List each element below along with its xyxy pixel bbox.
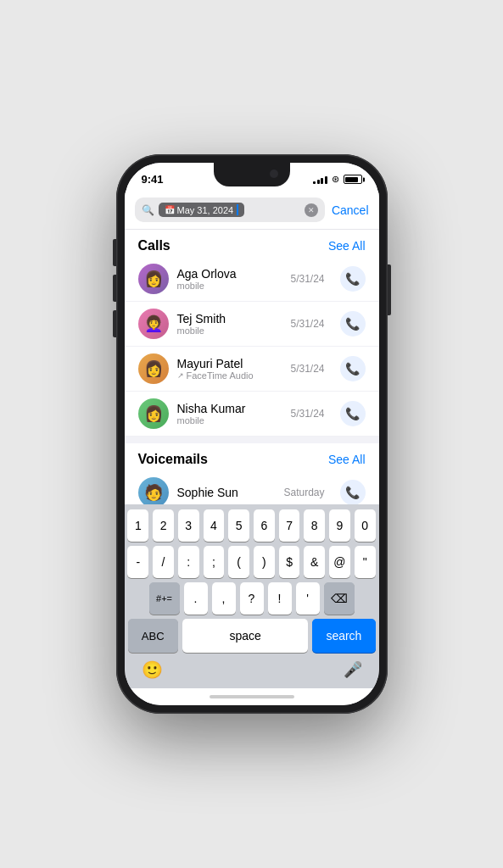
contact-sub: ↗ FaceTime Audio — [177, 370, 282, 381]
cancel-button[interactable]: Cancel — [332, 203, 369, 217]
key-8[interactable]: 8 — [304, 509, 325, 542]
battery-fill — [345, 177, 358, 182]
contact-name: Nisha Kumar — [177, 402, 282, 415]
key-apostrophe[interactable]: ' — [296, 582, 320, 615]
key-period[interactable]: . — [184, 582, 208, 615]
battery-icon — [344, 175, 362, 184]
key-2[interactable]: 2 — [153, 509, 174, 542]
key-slash[interactable]: / — [153, 546, 174, 578]
key-dash[interactable]: - — [127, 546, 148, 578]
voicemails-see-all[interactable]: See All — [328, 453, 366, 466]
contact-info: Aga Orlova mobile — [177, 267, 282, 291]
notch-camera — [270, 170, 278, 178]
calls-see-all[interactable]: See All — [328, 239, 366, 253]
voicemails-section: Voicemails See All 🧑 Sophie Sun Saturday… — [125, 437, 379, 504]
home-bar — [210, 695, 294, 698]
avatar: 👩 — [138, 398, 169, 429]
wifi-icon: ⊛ — [332, 174, 339, 185]
call-button[interactable]: 📞 — [340, 266, 366, 292]
contact-date: 5/31/24 — [290, 408, 324, 420]
keyboard-row-symbols: - / : ; ( ) $ & @ " — [128, 546, 376, 578]
key-at[interactable]: @ — [329, 546, 350, 578]
search-bar: 🔍 📅 May 31, 2024 ✕ Cancel — [125, 191, 379, 230]
key-7[interactable]: 7 — [279, 509, 300, 542]
clear-button[interactable]: ✕ — [305, 203, 318, 217]
main-content: 🔍 📅 May 31, 2024 ✕ Cancel Calls See All — [125, 191, 379, 504]
key-comma[interactable]: , — [212, 582, 236, 615]
keyboard-row-special: #+= . , ? ! ' ⌫ — [128, 582, 376, 615]
table-row: 👩‍🦱 Tej Smith mobile 5/31/24 📞 — [125, 302, 379, 347]
phone-screen: 9:41 ⊛ 🔍 📅 — [125, 163, 379, 705]
calls-title: Calls — [138, 238, 170, 253]
contact-info: Mayuri Patel ↗ FaceTime Audio — [177, 357, 282, 381]
emoji-key[interactable]: 🙂 — [142, 659, 163, 680]
key-close-paren[interactable]: ) — [254, 546, 275, 578]
outgoing-call-icon: ↗ — [177, 371, 184, 380]
keyboard-row-numbers: 1 2 3 4 5 6 7 8 9 0 — [128, 509, 376, 542]
keyboard-emoji-row: 🙂 🎤 — [128, 656, 376, 685]
key-5[interactable]: 5 — [228, 509, 249, 542]
calls-section-header: Calls See All — [125, 230, 379, 257]
signal-icon — [313, 175, 327, 184]
status-icons: ⊛ — [313, 174, 362, 185]
phone-icon: 📞 — [345, 486, 360, 499]
key-question[interactable]: ? — [240, 582, 264, 615]
contact-sub: mobile — [177, 326, 282, 336]
phone-icon: 📞 — [345, 362, 360, 376]
date-pill: 📅 May 31, 2024 — [159, 203, 244, 217]
calls-list: 👩 Aga Orlova mobile 5/31/24 📞 👩‍🦱 Tej Sm… — [125, 257, 379, 437]
key-1[interactable]: 1 — [127, 509, 148, 542]
date-value: May 31, 2024 — [177, 205, 234, 215]
key-semicolon[interactable]: ; — [204, 546, 225, 578]
key-ampersand[interactable]: & — [304, 546, 325, 578]
table-row: 👩 Nisha Kumar mobile 5/31/24 📞 — [125, 392, 379, 437]
key-dollar[interactable]: $ — [279, 546, 300, 578]
phone-icon: 📞 — [345, 407, 360, 420]
contact-info: Nisha Kumar mobile — [177, 402, 282, 426]
phone-icon: 📞 — [345, 317, 360, 331]
key-quote[interactable]: " — [355, 546, 376, 578]
call-button[interactable]: 📞 — [340, 356, 366, 381]
avatar: 👩 — [138, 264, 169, 294]
microphone-icon[interactable]: 🎤 — [344, 660, 362, 679]
call-button[interactable]: 📞 — [340, 480, 366, 504]
contact-name: Mayuri Patel — [177, 357, 282, 370]
contact-date: 5/31/24 — [290, 363, 324, 375]
call-button[interactable]: 📞 — [340, 401, 366, 426]
key-hash-equals[interactable]: #+= — [149, 582, 180, 615]
key-4[interactable]: 4 — [204, 509, 225, 542]
avatar: 👩 — [138, 353, 169, 384]
contact-sub: mobile — [177, 415, 282, 426]
key-6[interactable]: 6 — [254, 509, 275, 542]
space-key[interactable]: space — [182, 619, 308, 653]
voicemails-list: 🧑 Sophie Sun Saturday 📞 — [125, 470, 379, 504]
contact-name: Aga Orlova — [177, 267, 282, 281]
table-row: 🧑 Sophie Sun Saturday 📞 — [125, 470, 379, 504]
search-key[interactable]: search — [312, 619, 375, 653]
search-input-wrap[interactable]: 🔍 📅 May 31, 2024 ✕ — [135, 198, 325, 222]
key-colon[interactable]: : — [178, 546, 199, 578]
avatar: 🧑 — [138, 477, 169, 504]
key-exclaim[interactable]: ! — [268, 582, 292, 615]
text-cursor — [237, 204, 238, 215]
abc-key[interactable]: ABC — [128, 619, 178, 653]
contact-date: 5/31/24 — [290, 318, 324, 330]
status-time: 9:41 — [142, 173, 164, 186]
contact-date: 5/31/24 — [290, 273, 324, 285]
key-open-paren[interactable]: ( — [228, 546, 249, 578]
key-9[interactable]: 9 — [329, 509, 350, 542]
table-row: 👩 Mayuri Patel ↗ FaceTime Audio 5/31/24 … — [125, 347, 379, 392]
call-button[interactable]: 📞 — [340, 311, 366, 337]
keyboard-bottom-row: ABC space search — [128, 619, 376, 653]
avatar: 👩‍🦱 — [138, 309, 169, 339]
table-row: 👩 Aga Orlova mobile 5/31/24 📞 — [125, 257, 379, 302]
key-0[interactable]: 0 — [355, 509, 376, 542]
voicemails-title: Voicemails — [138, 452, 208, 467]
delete-key[interactable]: ⌫ — [324, 582, 355, 615]
search-icon: 🔍 — [142, 204, 154, 216]
key-3[interactable]: 3 — [178, 509, 199, 542]
contact-sub: mobile — [177, 281, 282, 291]
notch — [214, 163, 290, 186]
calendar-icon: 📅 — [165, 205, 175, 214]
status-bar: 9:41 ⊛ — [125, 163, 379, 191]
